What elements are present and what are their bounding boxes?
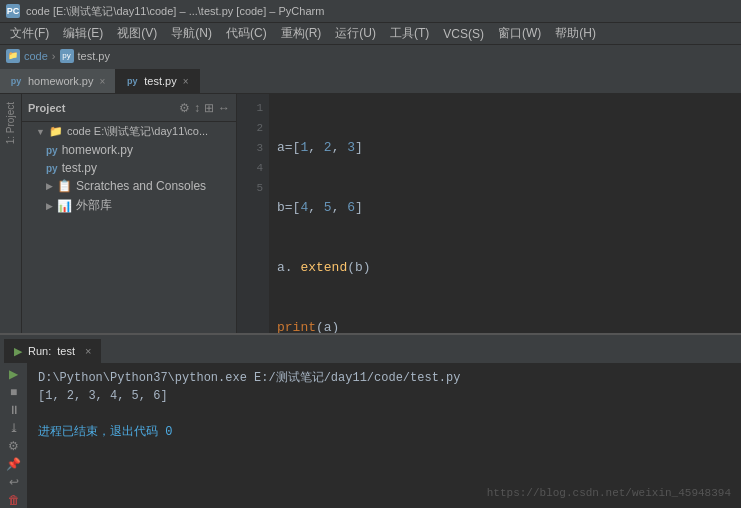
bottom-toolbar: ▶ ■ ⏸ ⤓ ⚙ 📌 ↩ 🗑 ✕ <box>0 363 28 508</box>
line-num-2: 2 <box>237 118 269 138</box>
tab-test-close[interactable]: × <box>183 76 189 87</box>
scratches-icon: 📋 <box>57 179 72 193</box>
sidebar-header-icons: ⚙ ↕ ⊞ ↔ <box>179 101 230 115</box>
breadcrumb-file[interactable]: test.py <box>78 50 110 62</box>
run-tab-name: test <box>57 345 75 357</box>
code-line-1: a=[1, 2, 3] <box>277 138 733 158</box>
run-tab[interactable]: ▶ Run: test × <box>4 339 101 363</box>
app-icon: PC <box>6 4 20 18</box>
line-num-5: 5 <box>237 178 269 198</box>
scratches-arrow: ▶ <box>46 181 53 191</box>
left-panel-bar: 1: Project <box>0 94 22 333</box>
test-py-icon: py <box>46 163 58 174</box>
tree-item-code-label: code E:\测试笔记\day11\co... <box>67 124 208 139</box>
menu-vcs[interactable]: VCS(S) <box>437 25 490 43</box>
extlib-icon: 📊 <box>57 199 72 213</box>
line-num-4: 4 <box>237 158 269 178</box>
code-content[interactable]: a=[1, 2, 3] b=[4, 5, 6] a. extend(b) pri… <box>269 94 741 333</box>
line-num-3: 3 <box>237 138 269 158</box>
terminal-line-4: 进程已结束，退出代码 0 <box>38 423 731 441</box>
tree-item-scratches-label: Scratches and Consoles <box>76 179 206 193</box>
line-numbers: 1 2 3 4 5 <box>237 94 269 333</box>
title-bar: PC code [E:\测试笔记\day11\code] – ...\test.… <box>0 0 741 22</box>
menu-edit[interactable]: 编辑(E) <box>57 23 109 44</box>
menu-window[interactable]: 窗口(W) <box>492 23 547 44</box>
terminal-output: D:\Python\Python37\python.exe E:/测试笔记/da… <box>28 363 741 508</box>
play-button[interactable]: ▶ <box>5 367 23 381</box>
menu-run[interactable]: 运行(U) <box>329 23 382 44</box>
tab-homework-label: homework.py <box>28 75 93 87</box>
extlib-arrow: ▶ <box>46 201 53 211</box>
menu-refactor[interactable]: 重构(R) <box>275 23 328 44</box>
tree-item-scratches[interactable]: ▶ 📋 Scratches and Consoles <box>22 177 236 195</box>
folder-icon: 📁 <box>6 49 20 63</box>
project-panel-label[interactable]: 1: Project <box>3 98 18 148</box>
menu-code[interactable]: 代码(C) <box>220 23 273 44</box>
wrap-button[interactable]: ↩ <box>5 475 23 489</box>
code-editor[interactable]: 1 2 3 4 5 a=[1, 2, 3] b=[4, 5, 6] a. ext… <box>237 94 741 333</box>
homework-py-icon: py <box>46 145 58 156</box>
editor-tab-bar: py homework.py × py test.py × <box>0 66 741 94</box>
sidebar-header: Project ⚙ ↕ ⊞ ↔ <box>22 94 236 122</box>
tab-test-label: test.py <box>144 75 176 87</box>
tree-item-code[interactable]: ▼ 📁 code E:\测试笔记\day11\co... <box>22 122 236 141</box>
tree-item-homework-label: homework.py <box>62 143 133 157</box>
menu-file[interactable]: 文件(F) <box>4 23 55 44</box>
sort-icon[interactable]: ↕ <box>194 101 200 115</box>
sidebar-title: Project <box>28 102 65 114</box>
menu-bar: 文件(F) 编辑(E) 视图(V) 导航(N) 代码(C) 重构(R) 运行(U… <box>0 22 741 44</box>
watermark: https://blog.csdn.net/weixin_45948394 <box>487 484 731 502</box>
sidebar: Project ⚙ ↕ ⊞ ↔ ▼ 📁 code E:\测试笔记\day11\c… <box>22 94 237 333</box>
terminal-line-3 <box>38 405 731 423</box>
code-line-4: print(a) <box>277 318 733 333</box>
bottom-content: ▶ ■ ⏸ ⤓ ⚙ 📌 ↩ 🗑 ✕ D:\Python\Python37\pyt… <box>0 363 741 508</box>
settings-icon[interactable]: ⚙ <box>179 101 190 115</box>
terminal-line-2: [1, 2, 3, 4, 5, 6] <box>38 387 731 405</box>
breadcrumb-code[interactable]: code <box>24 50 48 62</box>
tree-item-extlib-label: 外部库 <box>76 197 112 214</box>
pin-button[interactable]: 📌 <box>5 457 23 471</box>
tree-item-homework[interactable]: py homework.py <box>22 141 236 159</box>
window-title: code [E:\测试笔记\day11\code] – ...\test.py … <box>26 4 324 19</box>
tab-test[interactable]: py test.py × <box>116 69 199 93</box>
tab-homework[interactable]: py homework.py × <box>0 69 116 93</box>
tree-item-test-label: test.py <box>62 161 97 175</box>
code-line-3: a. extend(b) <box>277 258 733 278</box>
bottom-tab-bar: ▶ Run: test × <box>0 335 741 363</box>
tree-item-extlib[interactable]: ▶ 📊 外部库 <box>22 195 236 216</box>
menu-tools[interactable]: 工具(T) <box>384 23 435 44</box>
settings-run-button[interactable]: ⚙ <box>5 439 23 453</box>
clear-button[interactable]: 🗑 <box>5 493 23 507</box>
run-icon: ▶ <box>14 345 22 358</box>
bottom-panel: ▶ Run: test × ▶ ■ ⏸ ⤓ ⚙ 📌 ↩ 🗑 ✕ D:\Pytho <box>0 333 741 508</box>
expand-arrow: ▼ <box>36 127 45 137</box>
line-num-1: 1 <box>237 98 269 118</box>
menu-help[interactable]: 帮助(H) <box>549 23 602 44</box>
expand-icon[interactable]: ⊞ <box>204 101 214 115</box>
menu-view[interactable]: 视图(V) <box>111 23 163 44</box>
run-tab-close[interactable]: × <box>85 345 91 357</box>
menu-nav[interactable]: 导航(N) <box>165 23 218 44</box>
test-file-icon: py <box>126 75 138 87</box>
terminal-line-1: D:\Python\Python37\python.exe E:/测试笔记/da… <box>38 369 731 387</box>
pause-button[interactable]: ⏸ <box>5 403 23 417</box>
workspace: py homework.py × py test.py × 1: Project… <box>0 66 741 508</box>
code-folder-icon: 📁 <box>49 125 63 138</box>
content-area: 1: Project Project ⚙ ↕ ⊞ ↔ ▼ 📁 code E:\测… <box>0 94 741 333</box>
run-tab-label: Run: <box>28 345 51 357</box>
file-icon: py <box>60 49 74 63</box>
scroll-to-end-button[interactable]: ⤓ <box>5 421 23 435</box>
homework-file-icon: py <box>10 75 22 87</box>
stop-button[interactable]: ■ <box>5 385 23 399</box>
resize-icon[interactable]: ↔ <box>218 101 230 115</box>
breadcrumb: 📁 code › py test.py <box>0 44 741 66</box>
tree-item-test[interactable]: py test.py <box>22 159 236 177</box>
breadcrumb-sep: › <box>52 50 56 62</box>
tab-homework-close[interactable]: × <box>99 76 105 87</box>
code-line-2: b=[4, 5, 6] <box>277 198 733 218</box>
